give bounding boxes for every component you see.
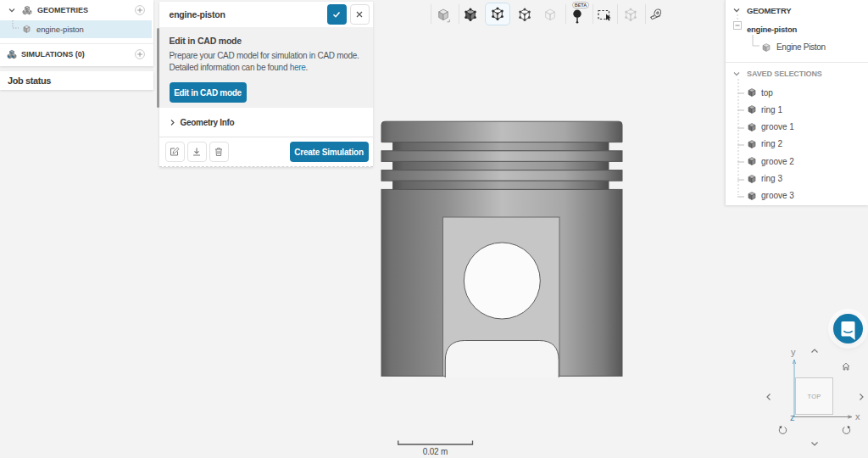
svg-text:y: y (791, 347, 796, 357)
svg-text:x: x (855, 411, 860, 422)
svg-text:z: z (790, 412, 795, 422)
